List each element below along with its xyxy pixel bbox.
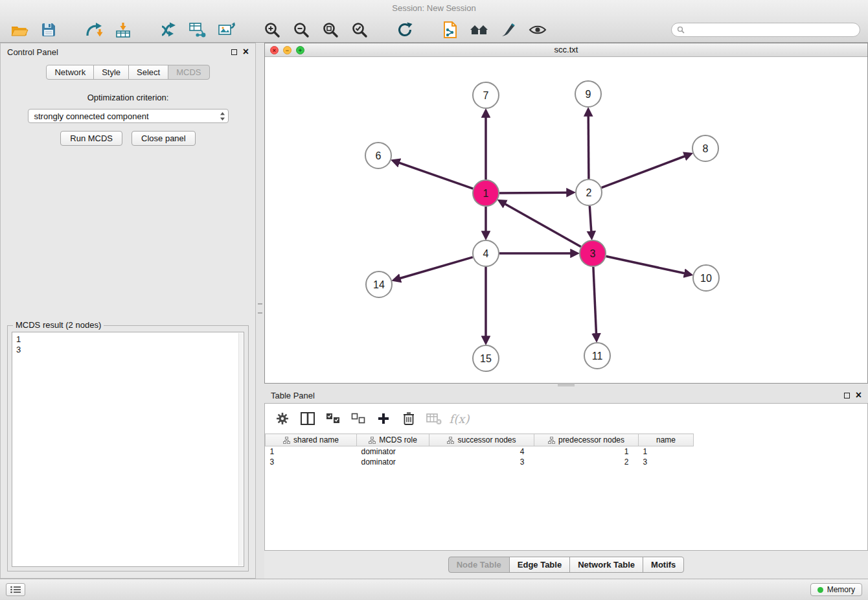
tab-node-table[interactable]: Node Table <box>448 557 510 573</box>
open-folder-icon[interactable] <box>8 19 31 40</box>
add-row-icon[interactable] <box>375 410 392 427</box>
save-icon[interactable] <box>37 19 60 40</box>
svg-text:10: 10 <box>700 273 712 284</box>
tab-network-table[interactable]: Network Table <box>569 557 643 573</box>
result-list-scrollbar[interactable] <box>238 333 243 566</box>
import-network-icon[interactable] <box>82 19 106 40</box>
column-header-predecessor-nodes[interactable]: predecessor nodes <box>534 434 639 446</box>
close-panel-button[interactable]: Close panel <box>131 131 196 146</box>
export-network-icon[interactable] <box>439 19 462 40</box>
network-canvas[interactable]: 7968124314101511 <box>265 57 867 383</box>
graph-edge-1-6[interactable] <box>399 163 473 189</box>
horizontal-splitter[interactable] <box>264 384 868 387</box>
delete-row-icon[interactable] <box>400 410 417 427</box>
graph-edge-3-1[interactable] <box>505 204 581 247</box>
graph-node-10[interactable]: 10 <box>693 265 719 291</box>
export-image-icon[interactable] <box>215 19 238 40</box>
graph-node-14[interactable]: 14 <box>366 271 392 297</box>
graph-node-8[interactable]: 8 <box>692 135 718 161</box>
table-row[interactable]: 1 dominator 4 1 1 <box>266 446 694 457</box>
result-item[interactable]: 3 <box>16 345 240 355</box>
graph-node-3[interactable]: 3 <box>580 240 606 266</box>
tab-network[interactable]: Network <box>46 65 94 80</box>
table-panel-title: Table Panel <box>271 391 315 400</box>
delete-table-icon[interactable] <box>426 410 442 427</box>
deselect-all-icon[interactable] <box>350 410 367 427</box>
memory-button[interactable]: Memory <box>810 583 862 596</box>
zoom-in-icon[interactable] <box>260 19 284 40</box>
splitter-handle[interactable] <box>258 303 262 314</box>
cell-predecessor-nodes[interactable]: 1 <box>534 446 639 457</box>
graph-edge-2-8[interactable] <box>602 156 685 188</box>
graph-edge-4-14[interactable] <box>400 257 473 279</box>
tab-edge-table[interactable]: Edge Table <box>509 557 570 573</box>
mcds-result-list[interactable]: 1 3 <box>12 332 244 567</box>
cell-name[interactable]: 3 <box>639 457 694 467</box>
column-header-shared-name[interactable]: shared name <box>266 434 357 446</box>
graph-node-9[interactable]: 9 <box>575 81 601 107</box>
cell-mcds-role[interactable]: dominator <box>357 457 429 467</box>
graph-edge-2-9[interactable] <box>588 116 589 179</box>
optimization-dropdown[interactable]: strongly connected component <box>28 109 229 123</box>
graph-node-1[interactable]: 1 <box>473 180 499 206</box>
tab-style[interactable]: Style <box>93 65 129 80</box>
column-header-mcds-role[interactable]: MCDS role <box>357 434 429 446</box>
task-history-button[interactable] <box>6 583 25 596</box>
close-panel-icon[interactable]: × <box>856 392 862 398</box>
graph-node-4[interactable]: 4 <box>473 240 499 266</box>
splitter-handle[interactable] <box>558 384 575 386</box>
table-tabs: Node Table Edge Table Network Table Moti… <box>448 557 685 573</box>
zoom-out-icon[interactable] <box>290 19 313 40</box>
graph-edge-2-3[interactable] <box>589 206 591 231</box>
zoom-fit-icon[interactable] <box>319 19 342 40</box>
cell-predecessor-nodes[interactable]: 2 <box>534 457 639 467</box>
home-layout-icon[interactable] <box>468 19 491 40</box>
cell-mcds-role[interactable]: dominator <box>357 446 429 457</box>
tree-icon <box>283 437 290 444</box>
float-panel-icon[interactable] <box>844 393 850 398</box>
tab-select[interactable]: Select <box>128 65 168 80</box>
cell-shared-name[interactable]: 3 <box>266 457 357 467</box>
search-field[interactable] <box>671 23 860 37</box>
graph-node-15[interactable]: 15 <box>473 345 499 371</box>
split-columns-icon[interactable] <box>299 410 316 427</box>
select-all-icon[interactable] <box>325 410 341 427</box>
result-item[interactable]: 1 <box>16 334 240 345</box>
vertical-splitter[interactable] <box>256 43 264 579</box>
table-row[interactable]: 3 dominator 3 2 3 <box>266 457 694 467</box>
new-network-icon[interactable] <box>157 19 180 40</box>
run-mcds-button[interactable]: Run MCDS <box>60 131 122 146</box>
import-table-icon[interactable] <box>111 19 135 40</box>
zoom-selected-icon[interactable] <box>348 19 371 40</box>
float-panel-icon[interactable] <box>231 49 237 55</box>
column-header-successor-nodes[interactable]: successor nodes <box>429 434 534 446</box>
graph-node-2[interactable]: 2 <box>576 179 602 205</box>
zoom-window-icon[interactable]: + <box>296 46 304 54</box>
function-builder-icon[interactable]: f(x) <box>451 410 468 427</box>
network-table-icon[interactable] <box>186 19 209 40</box>
close-panel-icon[interactable]: × <box>243 49 249 55</box>
graph-edge-1-2[interactable] <box>499 192 567 193</box>
graph-edge-3-11[interactable] <box>593 267 597 334</box>
style-brush-icon[interactable] <box>497 19 520 40</box>
gear-icon[interactable] <box>274 410 291 427</box>
column-header-name[interactable]: name <box>639 434 694 446</box>
tab-motifs[interactable]: Motifs <box>643 557 684 573</box>
graph-edge-3-10[interactable] <box>606 257 685 273</box>
graph-node-7[interactable]: 7 <box>473 82 499 108</box>
cell-successor-nodes[interactable]: 4 <box>429 446 534 457</box>
table-toolbar: f(x) <box>265 404 867 433</box>
control-panel-title: Control Panel <box>7 47 58 57</box>
eye-icon[interactable] <box>526 19 549 40</box>
graph-node-11[interactable]: 11 <box>584 343 610 369</box>
search-input[interactable] <box>689 25 854 34</box>
cell-successor-nodes[interactable]: 3 <box>429 457 534 467</box>
cell-shared-name[interactable]: 1 <box>266 446 357 457</box>
cell-name[interactable]: 1 <box>639 446 694 457</box>
minimize-window-icon[interactable]: − <box>283 46 291 54</box>
close-window-icon[interactable]: × <box>270 46 279 54</box>
tree-icon <box>369 437 376 444</box>
graph-node-6[interactable]: 6 <box>365 143 391 168</box>
tab-mcds[interactable]: MCDS <box>168 65 209 80</box>
refresh-icon[interactable] <box>393 19 417 40</box>
